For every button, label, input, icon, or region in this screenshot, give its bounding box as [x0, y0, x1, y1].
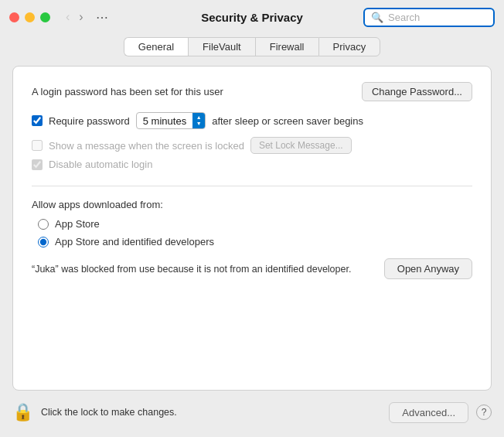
blocked-app-row: “Juka” was blocked from use because it i… [32, 258, 472, 279]
disable-auto-login-checkbox[interactable] [32, 159, 43, 170]
radio-group: App Store App Store and identified devel… [38, 218, 472, 248]
lock-icon: 🔒 [12, 402, 33, 422]
disable-auto-login-label: Disable automatic login [49, 159, 152, 170]
search-icon: 🔍 [371, 12, 383, 23]
tab-filevault[interactable]: FileVault [188, 37, 255, 56]
after-label: after sleep or screen saver begins [212, 115, 363, 127]
forward-button[interactable]: › [76, 9, 86, 25]
minimize-button[interactable] [25, 12, 35, 22]
require-password-row: Require password 5 minutes ▲ ▼ after sle… [32, 112, 472, 129]
close-button[interactable] [9, 12, 19, 22]
show-message-label: Show a message when the screen is locked [49, 140, 244, 152]
advanced-button[interactable]: Advanced... [389, 402, 468, 423]
tab-firewall[interactable]: Firewall [255, 37, 318, 56]
change-password-button[interactable]: Change Password... [362, 82, 472, 101]
nav-buttons: ‹ › [63, 9, 87, 25]
stepper-down-icon[interactable]: ▼ [196, 121, 202, 127]
radio-app-store-identified[interactable] [38, 237, 49, 248]
back-button[interactable]: ‹ [63, 9, 73, 25]
disable-auto-login-row: Disable automatic login [32, 159, 472, 170]
set-lock-message-button[interactable]: Set Lock Message... [250, 137, 352, 154]
tab-bar: General FileVault Firewall Privacy [12, 34, 492, 56]
maximize-button[interactable] [40, 12, 50, 22]
open-anyway-button[interactable]: Open Anyway [384, 258, 472, 279]
lock-area[interactable]: 🔒 Click the lock to make changes. [12, 402, 177, 422]
show-message-checkbox[interactable] [32, 140, 43, 151]
time-value: 5 minutes [137, 115, 192, 127]
search-box: 🔍 [363, 8, 495, 27]
search-input[interactable] [388, 12, 487, 23]
panel: A login password has been set for this u… [12, 66, 492, 391]
footer: 🔒 Click the lock to make changes. Advanc… [0, 391, 504, 434]
show-message-row: Show a message when the screen is locked… [32, 137, 472, 154]
time-stepper[interactable]: ▲ ▼ [192, 112, 205, 129]
window-controls [9, 12, 50, 22]
tab-general[interactable]: General [124, 37, 188, 56]
window-title: Security & Privacy [201, 11, 303, 24]
blocked-text: “Juka” was blocked from use because it i… [32, 264, 372, 275]
time-selector: 5 minutes ▲ ▼ [136, 112, 206, 129]
lock-text: Click the lock to make changes. [41, 407, 177, 418]
radio-app-store-label: App Store [55, 218, 100, 230]
login-password-section: A login password has been set for this u… [32, 82, 472, 101]
main-content: General FileVault Firewall Privacy A log… [0, 34, 504, 391]
radio-row-appstore: App Store [38, 218, 472, 230]
grid-button[interactable]: ⋯ [93, 9, 111, 26]
radio-app-store-identified-label: App Store and identified developers [55, 236, 214, 248]
require-password-checkbox[interactable] [32, 115, 43, 126]
allow-apps-label: Allow apps downloaded from: [32, 199, 472, 210]
divider [32, 186, 472, 186]
stepper-up-icon[interactable]: ▲ [196, 114, 202, 121]
login-password-text: A login password has been set for this u… [32, 86, 223, 97]
titlebar: ‹ › ⋯ Security & Privacy 🔍 [0, 0, 504, 34]
help-button[interactable]: ? [476, 405, 492, 420]
tab-privacy[interactable]: Privacy [318, 37, 381, 56]
radio-row-appstore-identified: App Store and identified developers [38, 236, 472, 248]
footer-right: Advanced... ? [389, 402, 492, 423]
require-password-label: Require password [49, 115, 130, 127]
radio-app-store[interactable] [38, 219, 49, 230]
